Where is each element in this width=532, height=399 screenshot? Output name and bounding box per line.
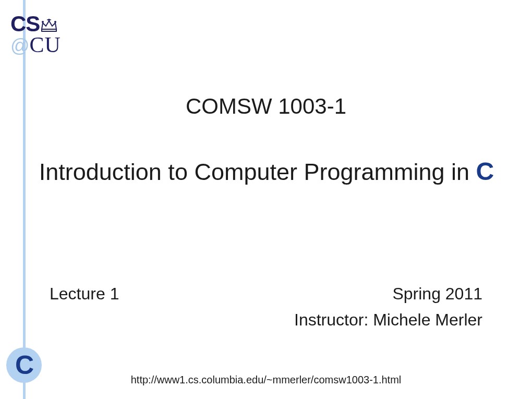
svg-point-2 bbox=[54, 21, 56, 23]
course-code: COMSW 1003-1 bbox=[0, 94, 532, 119]
logo-cs-text: CS bbox=[10, 13, 40, 35]
course-url: http://www1.cs.columbia.edu/~mmerler/com… bbox=[0, 374, 532, 386]
department-logo: CS @ CU bbox=[10, 13, 83, 56]
logo-cs-row: CS bbox=[10, 13, 83, 35]
svg-point-0 bbox=[42, 21, 44, 23]
lecture-number: Lecture 1 bbox=[50, 284, 119, 304]
decorative-vertical-line bbox=[23, 0, 26, 399]
logo-at-text: @ bbox=[10, 37, 30, 55]
instructor-label: Instructor: Michele Merler bbox=[294, 310, 482, 330]
logo-cu-text: CU bbox=[30, 34, 61, 56]
crown-icon bbox=[41, 18, 57, 32]
language-c-glyph: C bbox=[476, 158, 493, 185]
course-title: Introduction to Computer Programming in … bbox=[0, 156, 532, 187]
svg-rect-4 bbox=[42, 29, 56, 31]
lecture-info-row: Lecture 1 Spring 2011 bbox=[50, 284, 482, 304]
term-label: Spring 2011 bbox=[392, 284, 482, 304]
logo-cu-row: @ CU bbox=[10, 34, 83, 56]
course-title-prefix: Introduction to Computer Programming in bbox=[39, 159, 476, 185]
